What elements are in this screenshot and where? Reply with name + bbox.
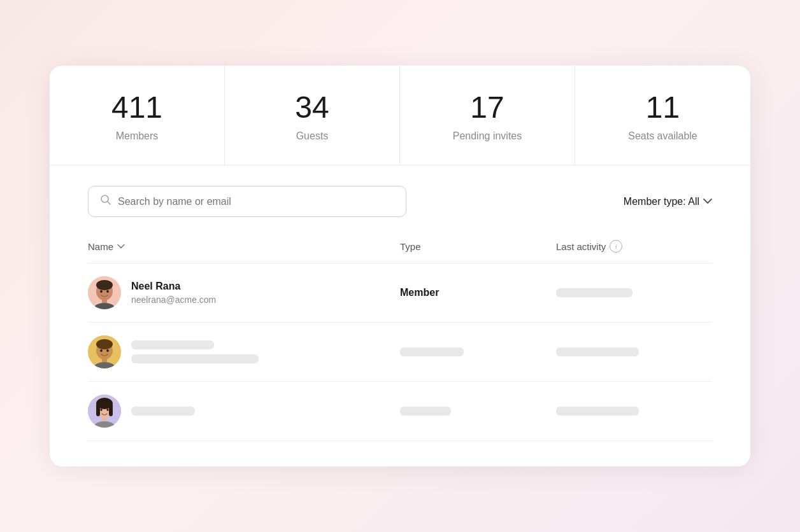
user-cell-2 xyxy=(88,335,400,368)
shimmer-user-2 xyxy=(131,340,259,363)
seats-label: Seats available xyxy=(588,130,738,142)
avatar xyxy=(88,335,121,368)
main-card: 411 Members 34 Guests 17 Pending invites… xyxy=(50,66,750,467)
table-row xyxy=(88,382,712,441)
members-label: Members xyxy=(62,130,211,142)
sort-icon xyxy=(117,243,125,250)
seats-count: 11 xyxy=(588,91,738,125)
pending-count: 17 xyxy=(413,91,562,125)
user-info-neel: Neel Rana neelrana@acme.com xyxy=(131,281,216,305)
toolbar: Member type: All xyxy=(50,165,750,232)
svg-rect-23 xyxy=(102,417,107,421)
search-icon xyxy=(100,194,111,209)
info-icon: i xyxy=(610,240,622,253)
stat-members: 411 Members xyxy=(50,66,225,165)
shimmer-type-2 xyxy=(400,347,556,356)
svg-point-4 xyxy=(96,280,113,290)
table-row xyxy=(88,323,712,382)
avatar xyxy=(88,395,121,428)
stats-row: 411 Members 34 Guests 17 Pending invites… xyxy=(50,66,750,166)
svg-line-1 xyxy=(108,202,110,204)
table-header: Name Type Last activity i xyxy=(88,232,712,263)
table: Name Type Last activity i xyxy=(50,232,750,441)
svg-rect-14 xyxy=(102,358,107,362)
user-name: Neel Rana xyxy=(131,281,216,292)
user-cell-neel: Neel Rana neelrana@acme.com xyxy=(88,276,400,309)
col-header-activity: Last activity i xyxy=(556,240,712,253)
user-email: neelrana@acme.com xyxy=(131,295,216,305)
stat-seats: 11 Seats available xyxy=(575,66,750,165)
guests-label: Guests xyxy=(238,130,387,142)
shimmer-user-3 xyxy=(131,407,195,416)
svg-point-22 xyxy=(106,409,108,412)
chevron-down-icon xyxy=(703,197,712,206)
svg-rect-20 xyxy=(109,403,113,416)
table-row: Neel Rana neelrana@acme.com Member xyxy=(88,263,712,323)
col-header-type: Type xyxy=(400,240,556,253)
shimmer-activity-2 xyxy=(556,347,712,356)
member-type-filter[interactable]: Member type: All xyxy=(624,196,712,207)
svg-point-11 xyxy=(96,339,113,349)
guests-count: 34 xyxy=(238,91,387,125)
svg-point-21 xyxy=(100,409,102,412)
user-cell-3 xyxy=(88,395,400,428)
user-type-neel: Member xyxy=(400,287,556,298)
search-box[interactable] xyxy=(88,186,406,217)
member-type-label: Member type: All xyxy=(624,196,699,207)
svg-point-5 xyxy=(100,290,103,293)
svg-rect-7 xyxy=(102,299,107,303)
col-header-name[interactable]: Name xyxy=(88,240,400,253)
svg-rect-19 xyxy=(96,403,100,416)
members-count: 411 xyxy=(62,91,211,125)
stat-pending: 17 Pending invites xyxy=(400,66,575,165)
stat-guests: 34 Guests xyxy=(225,66,400,165)
user-activity-neel xyxy=(556,288,712,297)
shimmer-activity-3 xyxy=(556,407,712,416)
search-input[interactable] xyxy=(118,196,394,207)
svg-point-6 xyxy=(106,290,109,293)
avatar xyxy=(88,276,121,309)
svg-point-13 xyxy=(106,349,109,352)
shimmer-type-3 xyxy=(400,407,556,416)
svg-point-12 xyxy=(100,349,103,352)
pending-label: Pending invites xyxy=(413,130,562,142)
